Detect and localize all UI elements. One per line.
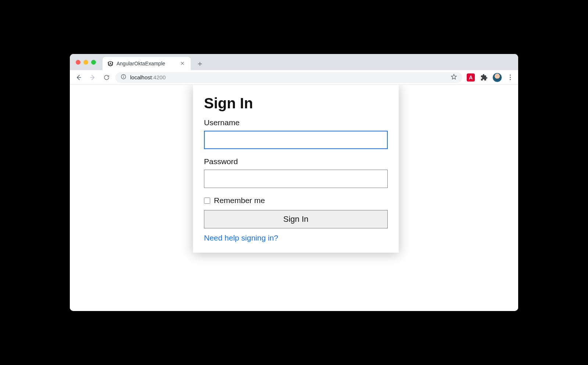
browser-window: AngularOktaExample localhost:4200 (70, 54, 518, 311)
window-controls (76, 60, 96, 65)
back-button[interactable] (74, 72, 84, 83)
url-text: localhost:4200 (130, 74, 166, 80)
username-label: Username (204, 118, 388, 127)
reload-button[interactable] (101, 72, 112, 83)
browser-toolbar: localhost:4200 A (70, 70, 518, 85)
extensions-icon[interactable] (479, 73, 489, 82)
window-minimize-button[interactable] (83, 60, 88, 65)
angular-extension-icon[interactable]: A (466, 73, 476, 82)
browser-tab[interactable]: AngularOktaExample (103, 57, 191, 70)
page-viewport: Sign In Username Password Remember me Si… (70, 85, 518, 311)
url-port: :4200 (152, 74, 166, 80)
username-input[interactable] (204, 131, 388, 149)
help-link[interactable]: Need help signing in? (204, 234, 278, 242)
new-tab-button[interactable] (194, 58, 205, 69)
password-label: Password (204, 157, 388, 166)
signin-button[interactable]: Sign In (204, 210, 388, 228)
signin-card: Sign In Username Password Remember me Si… (193, 85, 399, 253)
signin-title: Sign In (204, 95, 388, 112)
browser-menu-button[interactable] (506, 75, 514, 80)
url-host: localhost (130, 74, 152, 80)
tab-close-button[interactable] (179, 60, 186, 68)
tab-strip: AngularOktaExample (70, 54, 518, 70)
site-info-icon[interactable] (121, 74, 126, 81)
password-input[interactable] (204, 170, 388, 188)
profile-avatar[interactable] (492, 73, 502, 82)
remember-me-label: Remember me (214, 196, 265, 205)
tab-title: AngularOktaExample (116, 61, 176, 66)
window-close-button[interactable] (76, 60, 80, 65)
forward-button[interactable] (87, 72, 98, 83)
remember-me-checkbox[interactable] (204, 198, 210, 204)
angular-icon (107, 60, 114, 67)
bookmark-icon[interactable] (451, 73, 457, 81)
svg-rect-1 (123, 76, 123, 78)
window-maximize-button[interactable] (91, 60, 96, 65)
address-bar[interactable]: localhost:4200 (115, 72, 462, 83)
remember-me-row[interactable]: Remember me (204, 196, 388, 205)
svg-rect-2 (123, 75, 123, 76)
